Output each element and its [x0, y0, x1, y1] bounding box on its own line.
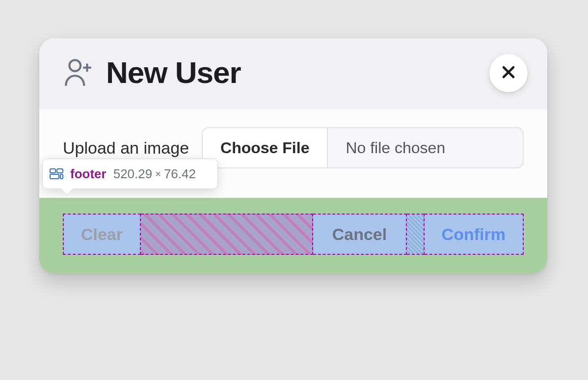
- dialog-card: New User Upload an image Choose File No …: [39, 38, 547, 273]
- add-user-icon: [63, 56, 95, 89]
- svg-rect-7: [50, 174, 59, 179]
- devtools-inspector-tooltip: footer 520.29 × 76.42: [42, 159, 218, 189]
- file-input[interactable]: Choose File No file chosen: [202, 127, 524, 168]
- file-status: No file chosen: [328, 128, 523, 167]
- svg-rect-5: [50, 169, 55, 173]
- svg-rect-6: [57, 169, 63, 173]
- svg-rect-8: [60, 174, 63, 179]
- flex-gap-overlay: [141, 214, 313, 255]
- dialog-footer: footer 520.29 × 76.42 Clear Cancel Conf: [39, 198, 547, 273]
- clear-button-label: Clear: [81, 225, 123, 244]
- clear-button[interactable]: Clear: [63, 214, 141, 255]
- flex-grid-icon: [50, 168, 63, 179]
- cancel-button-label: Cancel: [332, 225, 387, 244]
- cancel-button[interactable]: Cancel: [313, 214, 407, 255]
- choose-file-button[interactable]: Choose File: [203, 128, 328, 167]
- close-button[interactable]: [489, 54, 528, 92]
- times-icon: ×: [155, 168, 161, 180]
- inspector-dimensions: 520.29 × 76.42: [113, 166, 196, 182]
- inspector-element-name: footer: [70, 166, 107, 182]
- close-icon: [500, 64, 517, 82]
- confirm-button-label: Confirm: [442, 225, 506, 244]
- svg-point-0: [69, 60, 80, 71]
- inspector-height: 76.42: [164, 166, 196, 182]
- dialog-header: New User: [39, 38, 547, 109]
- flex-spacer-overlay: [407, 214, 425, 255]
- inspector-width: 520.29: [113, 166, 153, 182]
- confirm-button[interactable]: Confirm: [425, 214, 524, 255]
- dialog-title: New User: [106, 55, 241, 90]
- upload-label: Upload an image: [63, 138, 189, 158]
